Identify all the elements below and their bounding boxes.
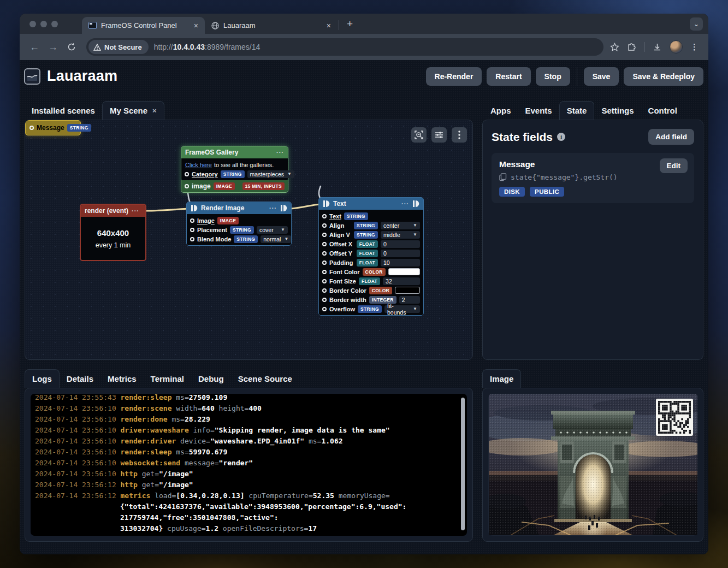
profile-avatar[interactable] [670, 40, 683, 54]
edit-field-button[interactable]: Edit [660, 158, 688, 173]
bookmark-star-icon[interactable] [610, 43, 619, 52]
tab-settings[interactable]: Settings [594, 102, 641, 120]
tab-installed-scenes[interactable]: Installed scenes [25, 102, 102, 120]
tab-details[interactable]: Details [60, 370, 100, 388]
field-select-placement[interactable]: cover▼ [257, 226, 288, 234]
node-row-align-v[interactable]: Align VSTRINGmiddle▼ [319, 230, 423, 239]
field-input-offset-x[interactable]: 0 [381, 240, 420, 248]
field-select-overflow[interactable]: fit-bounds▼ [384, 305, 420, 313]
input-port[interactable] [190, 228, 194, 232]
canvas-settings-button[interactable] [431, 127, 447, 143]
forward-button[interactable]: → [45, 39, 61, 55]
field-select-align-v[interactable]: middle▼ [381, 231, 420, 239]
close-tab-icon[interactable]: × [193, 21, 199, 30]
tab-state[interactable]: State [559, 101, 595, 120]
input-port[interactable] [322, 223, 327, 228]
node-menu-icon[interactable]: ··· [401, 200, 409, 207]
copy-icon[interactable] [499, 173, 507, 181]
node-menu-icon[interactable]: ··· [132, 208, 139, 214]
input-port[interactable] [322, 270, 327, 274]
tab-scene-source[interactable]: Scene Source [231, 370, 299, 388]
field-color-font-color[interactable] [388, 268, 420, 275]
node-row-text[interactable]: TextSTRING [319, 211, 423, 221]
field-code[interactable]: state{"message"}.getStr() [511, 173, 618, 181]
not-secure-chip[interactable]: Not Secure [88, 40, 149, 54]
tab-logs[interactable]: Logs [25, 369, 60, 388]
field-input-font-size[interactable]: 32 [383, 277, 420, 285]
add-field-button[interactable]: Add field [648, 129, 694, 145]
save-button[interactable]: Save [584, 67, 619, 86]
field-select-blend-mode[interactable]: normal▼ [261, 235, 291, 243]
field-select-category[interactable]: masterpieces▼ [247, 170, 294, 178]
node-text[interactable]: Text ··· TextSTRINGAlignSTRINGcenter▼Ali… [318, 197, 424, 316]
input-port[interactable] [322, 214, 327, 218]
node-row-category[interactable]: CategorySTRINGmasterpieces▼ [181, 169, 288, 179]
node-menu-icon[interactable]: ··· [276, 149, 284, 156]
browser-tab-frameos[interactable]: FrameOS Control Panel × [82, 17, 205, 34]
maximize-window-button[interactable] [51, 21, 58, 27]
field-input-padding[interactable]: 10 [381, 259, 420, 267]
close-window-button[interactable] [29, 21, 36, 27]
node-row-font-size[interactable]: Font SizeFLOAT32 [319, 276, 423, 286]
browser-menu-icon[interactable]: ⋮ [690, 42, 699, 52]
input-connector-icon[interactable] [191, 204, 198, 212]
input-port[interactable] [185, 172, 189, 176]
log-output[interactable]: 2024-07-14 23:55:43 render:sleep ms=2750… [31, 394, 467, 536]
canvas-menu-button[interactable] [452, 127, 467, 143]
log-scrollbar[interactable] [461, 398, 465, 530]
back-button[interactable]: ← [26, 39, 43, 55]
scene-canvas[interactable]: FrameOS Gallery ··· Click here to see al… [25, 120, 473, 360]
gallery-link[interactable]: Click here [185, 162, 212, 168]
new-tab-button[interactable]: + [340, 18, 359, 30]
tab-events[interactable]: Events [518, 102, 559, 120]
node-row-offset-x[interactable]: Offset XFLOAT0 [319, 239, 423, 248]
extensions-icon[interactable] [627, 42, 637, 52]
tab-my-scene[interactable]: My Scene × [102, 101, 164, 120]
gallery-output-row[interactable]: image IMAGE 15 MIN, INPUTS [181, 180, 288, 192]
tab-apps[interactable]: Apps [483, 102, 518, 120]
download-icon[interactable] [653, 43, 662, 52]
node-menu-icon[interactable]: ··· [269, 205, 277, 211]
node-row-font-color[interactable]: Font ColorCOLOR [319, 267, 423, 276]
node-row-align[interactable]: AlignSTRINGcenter▼ [319, 221, 423, 230]
field-color-border-color[interactable] [395, 287, 420, 294]
tab-debug[interactable]: Debug [191, 370, 231, 388]
tab-terminal[interactable]: Terminal [144, 370, 191, 388]
output-connector-icon[interactable] [280, 204, 287, 212]
close-tab-icon[interactable]: × [325, 21, 332, 30]
node-row-blend-mode[interactable]: Blend ModeSTRINGnormal▼ [187, 234, 291, 244]
tab-image[interactable]: Image [482, 369, 521, 388]
input-port[interactable] [322, 298, 327, 302]
tab-control[interactable]: Control [641, 102, 684, 120]
node-render-event[interactable]: render (event) ··· 640x400 every 1 min [80, 204, 146, 261]
node-frameos-gallery[interactable]: FrameOS Gallery ··· Click here to see al… [181, 146, 288, 193]
zoom-fit-button[interactable] [411, 127, 427, 143]
output-port[interactable] [185, 184, 189, 188]
restart-button[interactable]: Restart [487, 67, 530, 86]
stop-button[interactable]: Stop [536, 67, 570, 86]
node-render-image[interactable]: Render Image ··· ImageIMAGEPlacementSTRI… [186, 202, 292, 246]
close-scene-tab-icon[interactable]: × [152, 106, 157, 115]
tab-metrics[interactable]: Metrics [100, 370, 144, 388]
node-row-border-color[interactable]: Border ColorCOLOR [319, 286, 423, 295]
save-redeploy-button[interactable]: Save & Redeploy [624, 67, 703, 86]
input-port[interactable] [322, 279, 327, 283]
re-render-button[interactable]: Re-Render [426, 67, 482, 86]
browser-tab-lauaraam[interactable]: Lauaraam × [205, 17, 338, 34]
node-row-padding[interactable]: PaddingFLOAT10 [319, 258, 423, 267]
node-row-image[interactable]: ImageIMAGE [187, 216, 291, 225]
input-port[interactable] [190, 218, 194, 223]
input-connector-icon[interactable] [323, 200, 330, 208]
input-port[interactable] [190, 237, 194, 241]
input-port[interactable] [322, 251, 327, 256]
input-port[interactable] [322, 242, 327, 246]
input-port[interactable] [322, 233, 327, 237]
info-icon[interactable]: i [557, 133, 565, 141]
tab-search-button[interactable]: ⌄ [690, 17, 703, 31]
minimize-window-button[interactable] [40, 21, 47, 27]
node-row-offset-y[interactable]: Offset YFLOAT0 [319, 248, 423, 258]
node-row-placement[interactable]: PlacementSTRINGcover▼ [187, 225, 291, 234]
field-select-align[interactable]: center▼ [381, 222, 420, 229]
input-port[interactable] [322, 307, 327, 311]
url-bar[interactable]: Not Secure http://10.4.0.43:8989/frames/… [86, 38, 603, 56]
